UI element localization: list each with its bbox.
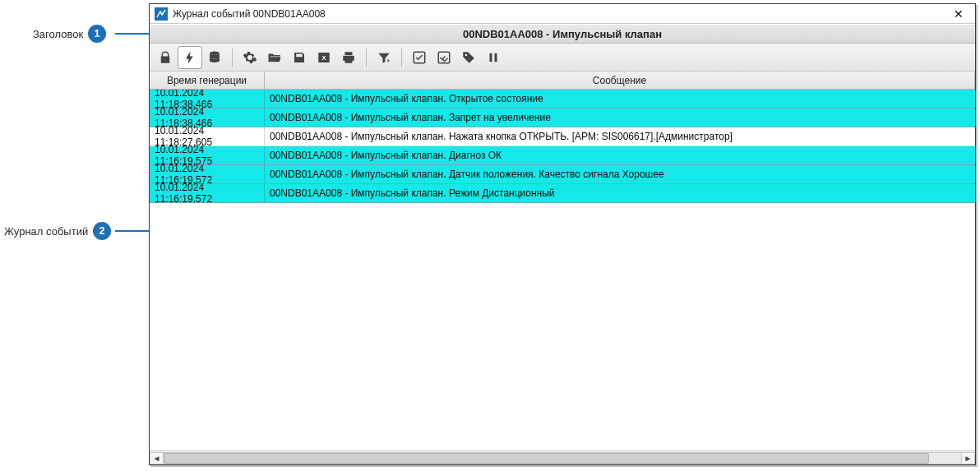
col-msg-header[interactable]: Сообщение — [265, 72, 975, 89]
cell-msg: 00NDB01AA008 - Импульсный клапан. Нажата… — [265, 127, 975, 145]
print-button[interactable] — [336, 46, 361, 69]
scroll-right-arrow[interactable]: ► — [961, 452, 975, 464]
annotation-2-label: Журнал событий — [4, 225, 88, 238]
h-scrollbar[interactable]: ◄ ► — [150, 450, 975, 464]
tag-button[interactable] — [456, 46, 481, 69]
table-row[interactable]: 10.01.2024 11:18:27.60500NDB01AA008 - Им… — [150, 127, 975, 146]
live-button[interactable] — [178, 46, 202, 69]
svg-rect-7 — [490, 53, 492, 62]
scroll-thumb[interactable] — [164, 453, 929, 464]
lock-icon — [158, 50, 173, 65]
printer-icon — [341, 50, 356, 65]
toolbar: X — [150, 44, 975, 72]
toolbar-separator — [366, 48, 367, 67]
pause-button[interactable] — [481, 46, 506, 69]
window-title: Журнал событий 00NDB01AA008 — [173, 8, 326, 20]
table-row[interactable]: 10.01.2024 11:16:19.57500NDB01AA008 - Им… — [150, 146, 975, 165]
gear-icon — [243, 50, 257, 65]
cell-time: 10.01.2024 11:18:38.466 — [150, 90, 265, 108]
ack-all-button[interactable] — [432, 46, 456, 69]
cell-time: 10.01.2024 11:18:38.466 — [150, 109, 265, 127]
save-icon — [292, 50, 307, 65]
save-button[interactable] — [287, 46, 312, 69]
svg-point-1 — [210, 51, 220, 55]
open-button[interactable] — [262, 46, 287, 69]
check-box-all-icon — [437, 50, 451, 65]
annotation-2-badge: 2 — [93, 222, 111, 240]
table-row[interactable]: 10.01.2024 11:18:38.46600NDB01AA008 - Им… — [150, 109, 975, 127]
close-button[interactable]: ✕ — [947, 6, 970, 22]
app-icon — [155, 7, 168, 21]
svg-text:X: X — [321, 54, 326, 62]
toolbar-separator — [401, 48, 402, 67]
table-body: 10.01.2024 11:18:38.46600NDB01AA008 - Им… — [150, 90, 975, 450]
cell-msg: 00NDB01AA008 - Импульсный клапан. Диагно… — [265, 146, 975, 164]
filter-button[interactable] — [372, 46, 396, 69]
scroll-track[interactable] — [164, 452, 961, 464]
cell-time: 10.01.2024 11:16:19.572 — [150, 184, 265, 202]
bolt-icon — [183, 50, 197, 65]
table-header: Время генерации Сообщение — [150, 72, 975, 90]
folder-open-icon — [267, 50, 282, 65]
cell-msg: 00NDB01AA008 - Импульсный клапан. Открыт… — [265, 90, 975, 108]
annotation-2-line — [115, 230, 149, 232]
lock-button[interactable] — [153, 46, 178, 69]
header-text: 00NDB01AA008 - Импульсный клапан — [463, 28, 662, 40]
cell-msg: 00NDB01AA008 - Импульсный клапан. Датчик… — [265, 165, 975, 183]
svg-point-6 — [465, 53, 467, 55]
ack-single-button[interactable] — [407, 46, 432, 69]
tag-icon — [461, 50, 476, 65]
settings-button[interactable] — [238, 46, 262, 69]
check-box-icon — [412, 50, 427, 65]
export-excel-button[interactable]: X — [312, 46, 336, 69]
database-icon — [207, 50, 222, 65]
cell-time: 10.01.2024 11:16:19.572 — [150, 165, 265, 183]
cell-msg: 00NDB01AA008 - Импульсный клапан. Запрет… — [265, 109, 975, 127]
event-log-window: Журнал событий 00NDB01AA008 ✕ 00NDB01AA0… — [149, 3, 976, 465]
annotation-1-line — [115, 33, 149, 35]
scroll-left-arrow[interactable]: ◄ — [150, 452, 164, 464]
pause-icon — [486, 50, 501, 65]
annotation-1-badge: 1 — [88, 25, 106, 43]
header-strip: 00NDB01AA008 - Импульсный клапан — [150, 24, 975, 44]
table-row[interactable]: 10.01.2024 11:16:19.57200NDB01AA008 - Им… — [150, 165, 975, 184]
toolbar-separator — [232, 48, 233, 67]
excel-icon: X — [317, 50, 331, 65]
database-button[interactable] — [202, 46, 227, 69]
annotation-1-label: Заголовок — [33, 28, 83, 40]
cell-msg: 00NDB01AA008 - Импульсный клапан. Режим … — [265, 184, 975, 202]
table-row[interactable]: 10.01.2024 11:18:38.46600NDB01AA008 - Им… — [150, 90, 975, 109]
col-time-header[interactable]: Время генерации — [150, 72, 265, 89]
svg-rect-8 — [495, 53, 497, 62]
cell-time: 10.01.2024 11:18:27.605 — [150, 127, 265, 145]
cell-time: 10.01.2024 11:16:19.575 — [150, 146, 265, 164]
titlebar: Журнал событий 00NDB01AA008 ✕ — [150, 4, 975, 24]
filter-icon — [377, 50, 391, 65]
table-row[interactable]: 10.01.2024 11:16:19.57200NDB01AA008 - Им… — [150, 184, 975, 203]
